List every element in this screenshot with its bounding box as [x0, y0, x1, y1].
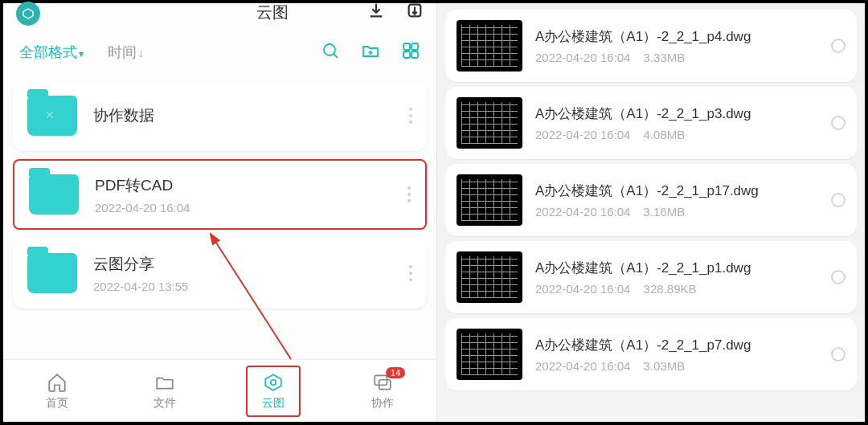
folder-icon	[27, 96, 77, 136]
time-sort[interactable]: 时间↓	[108, 43, 144, 62]
file-meta: 2022-04-20 16:04 3.16MB	[535, 205, 823, 219]
svg-rect-4	[411, 43, 418, 50]
folder-name: 云图分享	[93, 254, 409, 275]
select-radio[interactable]	[831, 39, 845, 53]
svg-marker-7	[266, 374, 282, 390]
select-radio[interactable]	[831, 270, 845, 284]
app-logo-icon	[16, 2, 40, 26]
select-radio[interactable]	[831, 193, 845, 207]
folder-name: PDF转CAD	[95, 175, 407, 196]
collab-badge: 14	[386, 367, 405, 378]
format-filter[interactable]: 全部格式▾	[19, 43, 84, 62]
folder-icon	[29, 174, 79, 215]
new-folder-icon[interactable]	[361, 41, 380, 63]
file-meta: 2022-04-20 16:04 328.89KB	[535, 282, 823, 296]
svg-rect-5	[403, 51, 410, 58]
file-name: A办公楼建筑（A1）-2_2_1_p17.dwg	[535, 182, 823, 200]
folder-item[interactable]: 协作数据	[13, 80, 427, 151]
bottom-nav: 首页 文件 云图 协作 14	[3, 359, 436, 422]
file-name: A办公楼建筑（A1）-2_2_1_p7.dwg	[535, 336, 823, 354]
svg-rect-3	[403, 43, 410, 50]
file-meta: 2022-04-20 16:04 3.03MB	[535, 359, 823, 373]
app-frame: 云图 全部格式▾ 时间↓	[0, 0, 868, 425]
more-icon[interactable]	[407, 186, 411, 202]
dwg-thumbnail	[457, 20, 522, 72]
file-item[interactable]: A办公楼建筑（A1）-2_2_1_p3.dwg 2022-04-20 16:04…	[445, 87, 857, 159]
svg-rect-6	[411, 51, 418, 58]
dwg-thumbnail	[457, 329, 522, 380]
nav-collab[interactable]: 协作 14	[357, 367, 408, 415]
download-icon[interactable]	[367, 2, 385, 22]
file-item[interactable]: A办公楼建筑（A1）-2_2_1_p4.dwg 2022-04-20 16:04…	[445, 10, 857, 82]
file-name: A办公楼建筑（A1）-2_2_1_p3.dwg	[535, 104, 823, 123]
grid-view-icon[interactable]	[401, 41, 420, 63]
file-name: A办公楼建筑（A1）-2_2_1_p1.dwg	[535, 259, 823, 277]
filter-bar: 全部格式▾ 时间↓	[3, 32, 436, 72]
folder-list: 协作数据 PDF转CAD 2022-04-20 16:04 云图分享 2022-…	[3, 72, 436, 359]
svg-marker-0	[23, 9, 33, 18]
file-meta: 2022-04-20 16:04 4.08MB	[535, 128, 823, 141]
select-radio[interactable]	[831, 347, 845, 362]
nav-files[interactable]: 文件	[139, 367, 190, 415]
more-icon[interactable]	[409, 108, 412, 124]
file-item[interactable]: A办公楼建筑（A1）-2_2_1_p17.dwg 2022-04-20 16:0…	[445, 164, 857, 236]
transfer-icon[interactable]	[406, 2, 424, 22]
left-pane: 云图 全部格式▾ 时间↓	[3, 3, 437, 422]
nav-home[interactable]: 首页	[31, 367, 83, 415]
file-item[interactable]: A办公楼建筑（A1）-2_2_1_p1.dwg 2022-04-20 16:04…	[445, 241, 857, 313]
folder-item[interactable]: 云图分享 2022-04-20 13:55	[13, 238, 427, 309]
page-title: 云图	[256, 2, 289, 23]
more-icon[interactable]	[409, 265, 412, 281]
folder-icon	[27, 253, 77, 293]
svg-point-8	[271, 379, 276, 385]
select-radio[interactable]	[831, 116, 845, 130]
search-icon[interactable]	[321, 41, 340, 63]
folder-date: 2022-04-20 16:04	[95, 201, 407, 215]
folder-item-highlighted[interactable]: PDF转CAD 2022-04-20 16:04	[13, 159, 427, 230]
dwg-thumbnail	[457, 174, 522, 226]
file-name: A办公楼建筑（A1）-2_2_1_p4.dwg	[535, 27, 823, 46]
folder-date: 2022-04-20 13:55	[93, 280, 409, 293]
nav-cloud[interactable]: 云图	[246, 366, 301, 417]
svg-point-2	[324, 44, 335, 55]
right-pane: A办公楼建筑（A1）-2_2_1_p4.dwg 2022-04-20 16:04…	[437, 3, 865, 422]
dwg-thumbnail	[457, 251, 522, 303]
header-row: 云图	[3, 3, 436, 32]
dwg-thumbnail	[457, 97, 522, 149]
file-item[interactable]: A办公楼建筑（A1）-2_2_1_p7.dwg 2022-04-20 16:04…	[445, 318, 857, 390]
file-meta: 2022-04-20 16:04 3.33MB	[535, 51, 823, 64]
folder-name: 协作数据	[93, 105, 409, 126]
